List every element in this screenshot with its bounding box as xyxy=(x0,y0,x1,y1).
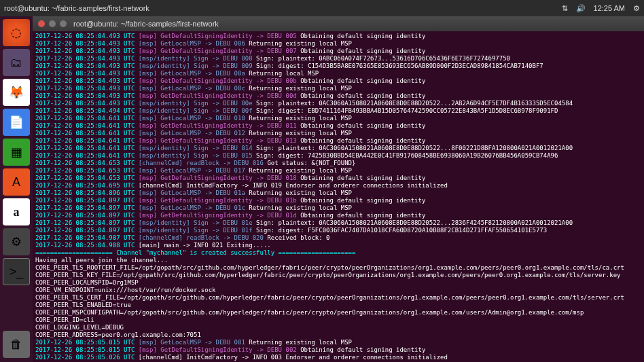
terminal-output[interactable]: 2017-12-26 08:25:04.493 UTC [msp] GetDef… xyxy=(33,31,644,362)
ubuntu-dash-icon[interactable]: ◌ xyxy=(3,19,30,46)
settings-gear-icon[interactable]: ⚙ xyxy=(633,4,640,13)
terminal-titlebar[interactable]: root@ubuntu: ~/fabric-samples/first-netw… xyxy=(33,16,644,31)
libreoffice-calc-icon[interactable]: ▦ xyxy=(3,139,30,166)
maximize-icon[interactable] xyxy=(60,20,67,27)
sound-icon[interactable]: 🔊 xyxy=(576,4,586,13)
firefox-icon[interactable]: 🦊 xyxy=(3,79,30,106)
minimize-icon[interactable] xyxy=(49,20,56,27)
amazon-icon[interactable]: a xyxy=(3,198,30,225)
close-icon[interactable] xyxy=(38,20,45,27)
launcher: ◌ 🗂 🦊 📄 ▦ A a ⚙ >_ 🗑 xyxy=(0,16,33,362)
ubuntu-software-icon[interactable]: A xyxy=(3,168,30,196)
trash-icon[interactable]: 🗑 xyxy=(3,331,30,358)
terminal-title-text: root@ubuntu: ~/fabric-samples/first-netw… xyxy=(73,20,219,28)
window-title: root@ubuntu: ~/fabric-samples/first-netw… xyxy=(4,4,562,12)
settings-icon[interactable]: ⚙ xyxy=(3,228,30,255)
terminal-icon[interactable]: >_ xyxy=(3,258,30,285)
menu-bar: root@ubuntu: ~/fabric-samples/first-netw… xyxy=(0,0,644,16)
files-icon[interactable]: 🗂 xyxy=(3,49,30,76)
libreoffice-writer-icon[interactable]: 📄 xyxy=(3,109,30,136)
terminal-window: root@ubuntu: ~/fabric-samples/first-netw… xyxy=(33,16,644,362)
clock[interactable]: 12:25 AM xyxy=(594,4,625,12)
network-icon[interactable]: ⇅ xyxy=(562,4,568,13)
